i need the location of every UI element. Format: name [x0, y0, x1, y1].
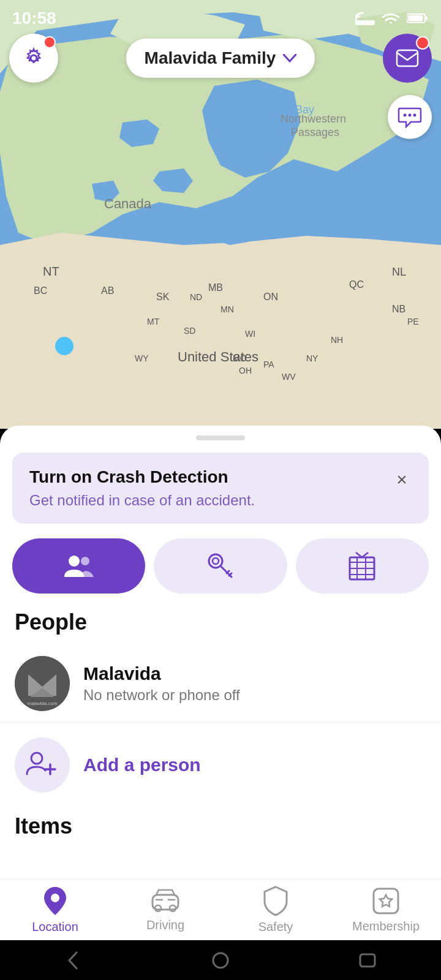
nav-item-location[interactable]: Location [0, 880, 110, 940]
gear-icon [22, 47, 45, 70]
recents-icon [359, 953, 376, 968]
family-selector[interactable]: Malavida Family [126, 39, 315, 78]
settings-notification-dot [43, 36, 56, 48]
status-bar: 10:58 [0, 0, 441, 37]
tab-people[interactable] [12, 538, 145, 594]
bottom-navigation: Location Driving Safety Membership [0, 879, 441, 940]
svg-rect-33 [408, 15, 423, 21]
crash-banner-close-button[interactable]: × [390, 467, 414, 492]
cast-icon [355, 12, 375, 25]
svg-point-58 [213, 953, 228, 968]
driving-nav-icon [150, 888, 181, 914]
chat-icon [398, 106, 422, 128]
svg-text:PE: PE [407, 317, 419, 326]
svg-text:NB: NB [392, 304, 405, 314]
home-icon [211, 951, 230, 970]
svg-text:WY: WY [135, 353, 149, 363]
mail-notification-dot [416, 36, 429, 50]
svg-rect-29 [355, 20, 375, 25]
svg-rect-35 [397, 50, 418, 66]
settings-button[interactable] [9, 34, 58, 83]
svg-point-45 [69, 556, 80, 567]
person-name: Malavida [83, 663, 240, 684]
svg-text:SD: SD [184, 326, 195, 336]
crash-banner-title: Turn on Crash Detection [29, 467, 255, 487]
svg-rect-32 [425, 17, 428, 20]
person-avatar: malavida.com [15, 656, 70, 711]
svg-text:NH: NH [331, 335, 343, 345]
crash-banner-text: Turn on Crash Detection Get notified in … [29, 467, 255, 509]
back-icon [64, 951, 83, 970]
person-row[interactable]: malavida.com Malavida No network or phon… [0, 645, 441, 723]
svg-point-53 [51, 894, 59, 902]
crash-banner-subtitle: Get notified in case of an accident. [29, 492, 255, 509]
person-status: No network or phone off [83, 687, 240, 704]
add-person-icon [26, 750, 59, 780]
svg-text:WI: WI [245, 329, 255, 339]
svg-rect-54 [153, 895, 178, 910]
people-section-title: People [0, 603, 441, 645]
svg-rect-59 [360, 954, 375, 967]
battery-icon [407, 12, 429, 24]
android-nav-bar [0, 940, 441, 980]
android-back-button[interactable] [58, 945, 89, 976]
svg-point-48 [213, 558, 219, 564]
tab-building[interactable] [296, 538, 429, 594]
android-home-button[interactable] [205, 945, 236, 976]
malavida-avatar-image: malavida.com [15, 656, 70, 711]
svg-text:BC: BC [34, 285, 47, 296]
key-icon [207, 552, 234, 579]
svg-point-36 [404, 114, 407, 117]
svg-text:MN: MN [221, 304, 234, 314]
svg-point-37 [409, 114, 412, 117]
status-time: 10:58 [12, 9, 56, 28]
nav-label-membership: Membership [352, 919, 420, 933]
nav-item-driving[interactable]: Driving [110, 880, 221, 940]
svg-text:NT: NT [43, 265, 59, 278]
membership-nav-icon [371, 886, 401, 916]
person-info: Malavida No network or phone off [83, 663, 240, 704]
svg-point-46 [81, 557, 89, 565]
nav-item-safety[interactable]: Safety [221, 880, 331, 940]
tab-row [0, 524, 441, 603]
chat-button[interactable] [388, 95, 432, 139]
safety-nav-icon [262, 886, 289, 916]
mail-button[interactable] [383, 34, 432, 83]
svg-rect-57 [374, 889, 398, 913]
nav-label-safety: Safety [258, 920, 293, 934]
items-section-title: Items [0, 807, 441, 849]
svg-text:Canada: Canada [104, 196, 152, 211]
svg-text:Passages: Passages [291, 126, 339, 138]
svg-text:ON: ON [263, 292, 278, 302]
add-person-icon-container [15, 737, 70, 793]
add-person-button[interactable]: Add a person [0, 723, 441, 807]
family-name: Malavida Family [145, 48, 276, 68]
svg-text:MB: MB [208, 282, 223, 293]
people-icon [63, 554, 95, 578]
svg-text:NY: NY [306, 353, 318, 363]
svg-text:malavida.com: malavida.com [27, 701, 58, 706]
wifi-icon [381, 10, 401, 26]
svg-point-38 [413, 114, 417, 117]
dropdown-arrow-icon [283, 54, 296, 62]
svg-text:SK: SK [156, 292, 170, 302]
add-person-label: Add a person [83, 755, 201, 775]
svg-text:WV: WV [282, 372, 296, 382]
svg-text:MT: MT [147, 317, 160, 326]
svg-text:QC: QC [349, 279, 364, 290]
status-icons [355, 10, 429, 26]
nav-label-location: Location [32, 920, 78, 934]
svg-text:PA: PA [263, 360, 274, 369]
sheet-handle [196, 435, 245, 440]
svg-text:AB: AB [101, 285, 114, 296]
svg-text:NL: NL [392, 266, 406, 278]
android-recents-button[interactable] [352, 945, 383, 976]
svg-text:ND: ND [190, 292, 202, 302]
header-bar: Malavida Family [0, 34, 441, 83]
nav-label-driving: Driving [146, 918, 184, 932]
building-icon [349, 551, 375, 581]
tab-keys[interactable] [154, 538, 287, 594]
svg-text:Northwestern: Northwestern [281, 113, 346, 125]
right-side-buttons [388, 95, 432, 139]
nav-item-membership[interactable]: Membership [331, 880, 441, 940]
